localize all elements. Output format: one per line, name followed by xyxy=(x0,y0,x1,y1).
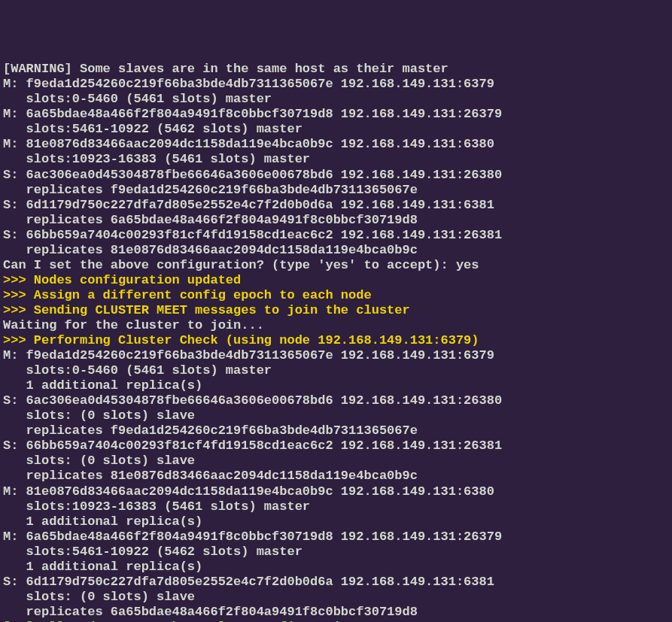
terminal-line: M: 81e0876d83466aac2094dc1158da119e4bca0… xyxy=(3,137,669,152)
terminal-line: replicates f9eda1d254260c219f66ba3bde4db… xyxy=(3,423,669,438)
terminal-line: >>> Sending CLUSTER MEET messages to joi… xyxy=(3,303,669,318)
terminal-line: slots:5461-10922 (5462 slots) master xyxy=(3,122,669,137)
terminal-line: M: 6a65bdae48a466f2f804a9491f8c0bbcf3071… xyxy=(3,107,669,122)
terminal-line: M: f9eda1d254260c219f66ba3bde4db73113650… xyxy=(3,77,669,92)
terminal-line: [WARNING] Some slaves are in the same ho… xyxy=(3,62,669,77)
terminal-line: slots:0-5460 (5461 slots) master xyxy=(3,92,669,107)
terminal-line: 1 additional replica(s) xyxy=(3,560,669,575)
terminal-line: S: 6ac306ea0d45304878fbe66646a3606e00678… xyxy=(3,168,669,183)
terminal-line: replicates 6a65bdae48a466f2f804a9491f8c0… xyxy=(3,605,669,620)
terminal-line: S: 6ac306ea0d45304878fbe66646a3606e00678… xyxy=(3,393,669,408)
terminal-line: slots:10923-16383 (5461 slots) master xyxy=(3,499,669,514)
terminal-line: M: 6a65bdae48a466f2f804a9491f8c0bbcf3071… xyxy=(3,529,669,545)
terminal-line: Waiting for the cluster to join... xyxy=(3,318,669,333)
terminal-line: replicates f9eda1d254260c219f66ba3bde4db… xyxy=(3,183,669,198)
terminal-line: S: 66bb659a7404c00293f81cf4fd19158cd1eac… xyxy=(3,228,669,243)
terminal-line: slots:0-5460 (5461 slots) master xyxy=(3,363,669,378)
terminal-line: Can I set the above configuration? (type… xyxy=(3,258,669,273)
terminal-line: slots: (0 slots) slave xyxy=(3,408,669,423)
terminal-line: replicates 6a65bdae48a466f2f804a9491f8c0… xyxy=(3,213,669,228)
terminal-line: S: 6d1179d750c227dfa7d805e2552e4c7f2d0b0… xyxy=(3,575,669,590)
terminal-line: 1 additional replica(s) xyxy=(3,514,669,529)
terminal-line: >>> Assign a different config epoch to e… xyxy=(3,288,669,303)
terminal-line: S: 66bb659a7404c00293f81cf4fd19158cd1eac… xyxy=(3,438,669,454)
terminal-line: M: f9eda1d254260c219f66ba3bde4db73113650… xyxy=(3,348,669,363)
terminal-line: M: 81e0876d83466aac2094dc1158da119e4bca0… xyxy=(3,484,669,499)
terminal-line: replicates 81e0876d83466aac2094dc1158da1… xyxy=(3,469,669,484)
terminal-line: slots:5461-10922 (5462 slots) master xyxy=(3,545,669,560)
terminal-line: slots:10923-16383 (5461 slots) master xyxy=(3,152,669,167)
terminal-line: slots: (0 slots) slave xyxy=(3,590,669,605)
terminal-line: slots: (0 slots) slave xyxy=(3,454,669,469)
terminal-output: [WARNING] Some slaves are in the same ho… xyxy=(0,60,672,622)
terminal-line: 1 additional replica(s) xyxy=(3,378,669,393)
terminal-line: replicates 81e0876d83466aac2094dc1158da1… xyxy=(3,243,669,258)
terminal-line: >>> Performing Cluster Check (using node… xyxy=(3,333,669,348)
terminal-line: S: 6d1179d750c227dfa7d805e2552e4c7f2d0b0… xyxy=(3,198,669,213)
terminal-line: >>> Nodes configuration updated xyxy=(3,273,669,288)
